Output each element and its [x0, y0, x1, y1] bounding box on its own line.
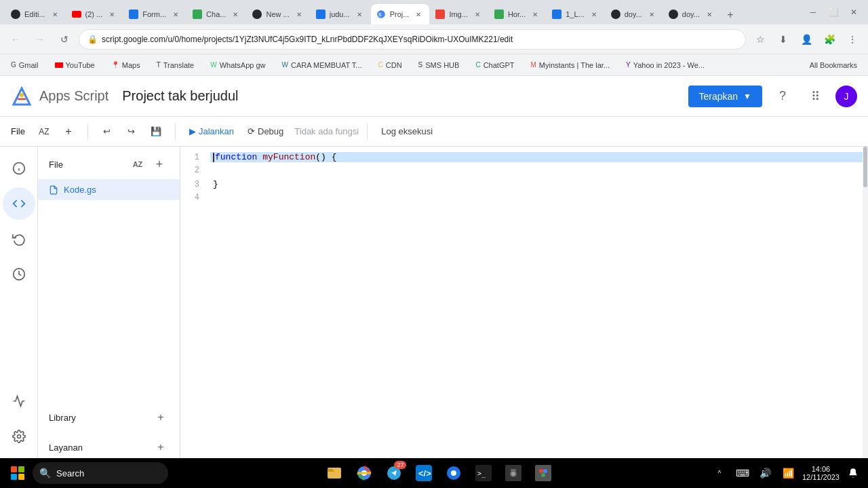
sidebar-item-deployments[interactable]: [3, 385, 35, 417]
undo-button[interactable]: ↩: [96, 121, 118, 143]
tab-11[interactable]: doy... ✕: [606, 4, 663, 24]
tab-6-close[interactable]: ✕: [354, 9, 365, 20]
tab-4-close[interactable]: ✕: [230, 9, 241, 20]
tab-8-close[interactable]: ✕: [472, 9, 483, 20]
tab-2[interactable]: (2) ... ✕: [66, 4, 123, 24]
sidebar-item-overview[interactable]: [3, 152, 35, 185]
bookmark-cara[interactable]: W CARA MEMBUAT T...: [277, 60, 368, 71]
profile-icon[interactable]: 👤: [796, 29, 816, 50]
bookmark-gmail[interactable]: G Gmail: [5, 60, 44, 71]
taskbar-search[interactable]: 🔍 Search: [33, 462, 168, 484]
tab-8[interactable]: Img... ✕: [430, 4, 488, 24]
menu-icon[interactable]: ⋮: [842, 29, 863, 50]
reload-button[interactable]: ↺: [54, 29, 75, 50]
keyboard-icon[interactable]: ⌨: [733, 464, 752, 483]
system-tray-expand[interactable]: ^: [710, 464, 729, 483]
bookmark-youtube[interactable]: YouTube: [50, 60, 100, 71]
tab-5-close[interactable]: ✕: [294, 9, 304, 20]
network-icon[interactable]: 📶: [779, 464, 798, 483]
forward-button[interactable]: →: [30, 29, 50, 50]
tab-3-close[interactable]: ✕: [170, 9, 181, 20]
tab-10-close[interactable]: ✕: [589, 9, 599, 20]
scrollbar-thumb[interactable]: [863, 147, 867, 187]
address-bar[interactable]: 🔒 script.google.com/u/0/home/projects/1Y…: [79, 29, 746, 50]
taskbar-vs-code[interactable]: </>: [410, 459, 437, 487]
bookmark-whatsapp[interactable]: W WhatsApp gw: [205, 60, 271, 71]
bookmark-maps[interactable]: 📍 Maps: [106, 60, 146, 71]
svg-point-10: [17, 435, 20, 438]
sidebar-item-editor[interactable]: [3, 187, 35, 220]
download-icon[interactable]: ⬇: [773, 29, 793, 50]
taskbar-photo-editor[interactable]: [530, 459, 557, 487]
bookmark-cdn[interactable]: C CDN: [373, 60, 408, 71]
tab-10[interactable]: 1_L... ✕: [547, 4, 605, 24]
bookmark-yahoo[interactable]: Y Yahoo in 2023 - We...: [620, 60, 710, 71]
taskbar-chrome[interactable]: [351, 459, 378, 487]
file-item-kode[interactable]: Kode.gs: [38, 179, 180, 200]
svg-rect-26: [511, 469, 516, 471]
add-file-panel-button[interactable]: +: [150, 155, 169, 174]
vs-code-icon: </>: [416, 465, 432, 481]
taskbar-camera[interactable]: [500, 459, 527, 487]
sort-az-button[interactable]: AZ: [33, 121, 55, 143]
save-button[interactable]: 💾: [145, 121, 167, 143]
tab-7-active[interactable]: S Proj... ✕: [371, 4, 430, 24]
tab-11-close[interactable]: ✕: [646, 9, 657, 20]
start-button[interactable]: [5, 461, 30, 485]
tab-6[interactable]: judu... ✕: [311, 4, 370, 24]
tab-12-close[interactable]: ✕: [704, 9, 715, 20]
bookmark-smshub[interactable]: S SMS HUB: [413, 60, 465, 71]
line-content-3: }: [210, 179, 868, 189]
tab-5-favicon: [252, 10, 262, 19]
sidebar-item-settings[interactable]: [3, 420, 35, 453]
tab-10-favicon: [552, 10, 561, 19]
help-button[interactable]: ?: [770, 84, 795, 109]
taskbar-file-explorer[interactable]: [321, 459, 348, 487]
add-service-button[interactable]: +: [153, 439, 169, 455]
editor-content[interactable]: 1 function myFunction() { 2 3 }: [180, 147, 868, 458]
tab-3[interactable]: Form... ✕: [123, 4, 186, 24]
bookmark-star-icon[interactable]: ☆: [750, 29, 770, 50]
tab-2-close[interactable]: ✕: [106, 9, 117, 20]
tab-5[interactable]: New ... ✕: [247, 4, 309, 24]
add-icon: +: [65, 126, 71, 138]
volume-icon[interactable]: 🔊: [756, 464, 775, 483]
taskbar-notification-badge[interactable]: 27: [380, 459, 408, 487]
run-button[interactable]: ▶ Jalankan: [184, 121, 239, 143]
new-tab-button[interactable]: +: [721, 5, 740, 24]
taskbar-browser-alt[interactable]: [440, 459, 467, 487]
add-file-button[interactable]: +: [58, 121, 79, 143]
sort-files-button[interactable]: AZ: [128, 155, 147, 174]
notifications-button[interactable]: [844, 464, 863, 483]
user-avatar[interactable]: J: [835, 86, 857, 107]
close-button[interactable]: ✕: [845, 3, 863, 21]
add-library-button[interactable]: +: [153, 409, 169, 426]
bookmark-chatgpt[interactable]: C ChatGPT: [470, 60, 519, 71]
tab-7-favicon: S: [376, 10, 386, 19]
restore-button[interactable]: ⬜: [825, 3, 842, 21]
debug-button[interactable]: ⟳ Debug: [242, 121, 289, 143]
tab-4[interactable]: Cha... ✕: [187, 4, 246, 24]
sidebar-item-history[interactable]: [3, 223, 35, 255]
back-button[interactable]: ←: [5, 29, 26, 50]
tab-7-close[interactable]: ✕: [413, 9, 424, 20]
apps-grid-button[interactable]: ⠿: [803, 84, 827, 109]
editor-scrollbar[interactable]: [863, 147, 868, 458]
bookmark-myinstants[interactable]: M Myinstants | The lar...: [526, 60, 615, 71]
tab-12[interactable]: doy... ✕: [663, 4, 720, 24]
taskbar-clock[interactable]: 14:06 12/11/2023: [802, 465, 840, 481]
log-button[interactable]: Log eksekusi: [376, 121, 438, 143]
tab-9-close[interactable]: ✕: [530, 9, 540, 20]
tab-1[interactable]: Editi... ✕: [5, 4, 66, 24]
code-editor[interactable]: 1 function myFunction() { 2 3 }: [180, 147, 868, 458]
sidebar-item-triggers[interactable]: [3, 258, 35, 290]
bookmark-translate[interactable]: T Translate: [151, 60, 200, 71]
deploy-button[interactable]: Terapkan ▼: [688, 86, 762, 107]
minimize-button[interactable]: ─: [804, 3, 822, 21]
taskbar-terminal[interactable]: >_: [470, 459, 497, 487]
extensions-icon[interactable]: 🧩: [819, 29, 840, 50]
tab-1-close[interactable]: ✕: [50, 9, 60, 20]
redo-button[interactable]: ↪: [121, 121, 142, 143]
tab-9[interactable]: Hor... ✕: [489, 4, 546, 24]
bookmark-all[interactable]: All Bookmarks: [804, 60, 863, 71]
